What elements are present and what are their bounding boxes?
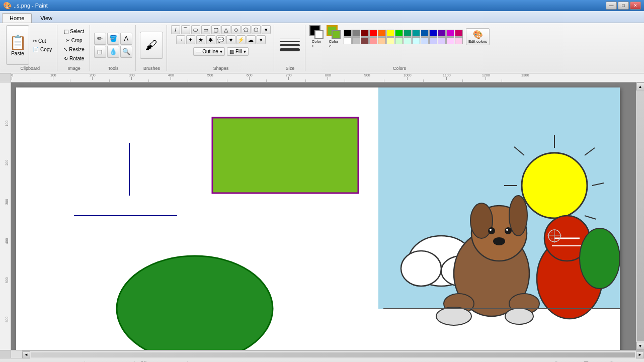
- scroll-thumb-vertical[interactable]: [637, 91, 644, 341]
- resize-button[interactable]: ⤡ Resize: [61, 46, 87, 53]
- tab-view[interactable]: View: [33, 13, 60, 23]
- crop-button[interactable]: ✂ Crop: [64, 37, 85, 44]
- text-tool[interactable]: A: [120, 33, 132, 45]
- palette-grid: [344, 30, 463, 44]
- resize-label: Resize: [69, 47, 85, 52]
- palette-color[interactable]: [412, 30, 420, 37]
- size-content: [280, 25, 300, 65]
- size-line-4[interactable]: [280, 48, 300, 51]
- ruler-mark: 500: [207, 73, 213, 82]
- cut-button[interactable]: ✂ Cut: [31, 37, 54, 45]
- sun-circle: [522, 153, 587, 218]
- arrow-shape[interactable]: →: [176, 35, 185, 44]
- color2-selector[interactable]: Color2: [327, 25, 341, 48]
- rect-shape[interactable]: ▭: [201, 25, 210, 34]
- scroll-right-button[interactable]: ►: [636, 351, 644, 358]
- fill-tool[interactable]: 🪣: [107, 33, 119, 45]
- palette-color[interactable]: [455, 30, 463, 37]
- palette-color[interactable]: [352, 37, 360, 44]
- palette-color[interactable]: [395, 37, 403, 44]
- diamond-shape[interactable]: ◇: [231, 25, 240, 34]
- palette-color[interactable]: [438, 37, 446, 44]
- palette-color[interactable]: [369, 30, 377, 37]
- palette-color[interactable]: [369, 37, 377, 44]
- ruler-left-mark: 600: [0, 318, 11, 321]
- picker-tool[interactable]: 💧: [107, 46, 119, 58]
- pencil-tool[interactable]: ✏: [94, 33, 106, 45]
- titlebar-controls: — □ ✕: [606, 2, 641, 10]
- palette-color[interactable]: [421, 30, 429, 37]
- dog-foot-right: [505, 308, 533, 324]
- hexagon-shape[interactable]: ⬡: [252, 25, 261, 34]
- star6-shape[interactable]: ✱: [206, 35, 215, 44]
- palette-color[interactable]: [438, 30, 446, 37]
- palette-color[interactable]: [404, 30, 412, 37]
- palette-color[interactable]: [378, 30, 386, 37]
- clipboard-small-buttons: ✂ Cut 📄 Copy: [31, 25, 54, 65]
- palette-color[interactable]: [429, 30, 437, 37]
- palette-color[interactable]: [344, 30, 352, 37]
- size-line-2[interactable]: [280, 41, 300, 42]
- palette-color[interactable]: [446, 30, 454, 37]
- shapes-options: — Outline ▾ ▨ Fill ▾: [193, 47, 248, 56]
- canvas-area[interactable]: [11, 82, 636, 350]
- cloud-shape[interactable]: ☁: [247, 35, 256, 44]
- scroll-left-button[interactable]: ◄: [22, 351, 30, 358]
- heart-shape[interactable]: ♥: [226, 35, 235, 44]
- palette-color[interactable]: [378, 37, 386, 44]
- eraser-tool[interactable]: ◻: [94, 46, 106, 58]
- palette-color[interactable]: [361, 30, 369, 37]
- roundrect-shape[interactable]: ▢: [211, 25, 220, 34]
- color2-area: [327, 25, 341, 39]
- lightning-shape[interactable]: ⚡: [236, 35, 246, 44]
- star4-shape[interactable]: ✦: [186, 35, 195, 44]
- palette-color[interactable]: [395, 30, 403, 37]
- more-shapes2[interactable]: ▾: [257, 35, 266, 44]
- outline-dropdown[interactable]: — Outline ▾: [193, 47, 225, 56]
- outline-icon: —: [196, 49, 201, 54]
- palette-color[interactable]: [429, 37, 437, 44]
- scroll-thumb-horizontal[interactable]: [31, 352, 635, 357]
- ribbon: 📋 Paste ✂ Cut 📄 Copy Clipboard ⬚ Select: [0, 23, 644, 73]
- palette-color[interactable]: [455, 37, 463, 44]
- callout-shape[interactable]: 💬: [216, 35, 225, 44]
- curve-shape[interactable]: ⌒: [181, 25, 190, 34]
- brushes-button[interactable]: 🖌: [140, 32, 163, 59]
- palette-color[interactable]: [344, 37, 352, 44]
- right-scrollbar[interactable]: ▲ ▼: [636, 82, 644, 350]
- palette-color[interactable]: [412, 37, 420, 44]
- paste-button[interactable]: 📋 Paste: [6, 25, 29, 65]
- triangle-shape[interactable]: △: [221, 25, 230, 34]
- minimize-button[interactable]: —: [606, 2, 617, 10]
- size-line-1[interactable]: [280, 39, 300, 39]
- scroll-down-button[interactable]: ▼: [636, 342, 645, 350]
- edit-colors-button[interactable]: 🎨 Edit colors: [466, 28, 490, 45]
- maximize-button[interactable]: □: [618, 2, 629, 10]
- palette-color[interactable]: [386, 37, 394, 44]
- palette-color[interactable]: [446, 37, 454, 44]
- pentagon-shape[interactable]: ⬠: [242, 25, 251, 34]
- select-button[interactable]: ⬚ Select: [62, 28, 86, 35]
- rotate-button[interactable]: ↻ Rotate: [62, 55, 86, 62]
- palette-color[interactable]: [361, 37, 369, 44]
- magnifier-tool[interactable]: 🔍: [120, 46, 132, 58]
- oval-shape[interactable]: ⬭: [191, 25, 200, 34]
- copy-button[interactable]: 📄 Copy: [31, 46, 54, 53]
- tab-home[interactable]: Home: [2, 13, 32, 23]
- palette-color[interactable]: [386, 30, 394, 37]
- more-shapes[interactable]: ▾: [262, 25, 271, 34]
- fill-dropdown[interactable]: ▨ Fill ▾: [227, 47, 249, 56]
- bottom-scrollbar[interactable]: ◄ ►: [22, 350, 644, 358]
- palette-color[interactable]: [352, 30, 360, 37]
- scroll-up-button[interactable]: ▲: [636, 82, 645, 90]
- line-shape[interactable]: /: [171, 25, 180, 34]
- star5-shape[interactable]: ★: [196, 35, 205, 44]
- color1-selector[interactable]: Color1: [309, 25, 324, 48]
- paint-canvas[interactable]: [16, 87, 620, 350]
- dog-nose: [493, 237, 505, 245]
- palette-color[interactable]: [404, 37, 412, 44]
- palette-color[interactable]: [421, 37, 429, 44]
- close-button[interactable]: ✕: [630, 2, 641, 10]
- size-line-3[interactable]: [280, 44, 300, 46]
- main-area: 100200300400500600700: [0, 82, 644, 350]
